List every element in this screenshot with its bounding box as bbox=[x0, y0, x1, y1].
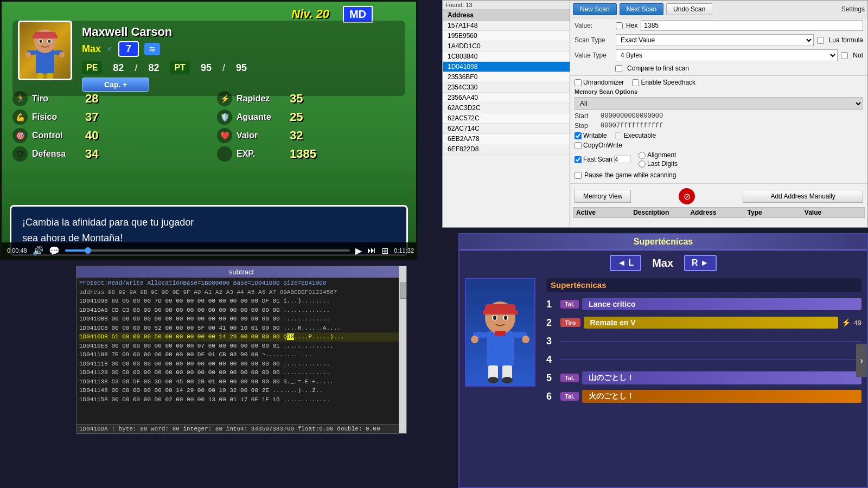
hex-checkbox[interactable] bbox=[616, 22, 623, 29]
settings-button[interactable]: Settings bbox=[841, 5, 865, 13]
writable-checkbox[interactable] bbox=[575, 132, 582, 139]
ce-controls-panel: New Scan Next Scan Undo Scan Settings Va… bbox=[570, 0, 868, 228]
value-input[interactable] bbox=[641, 20, 863, 31]
svg-rect-17 bbox=[483, 310, 518, 314]
pause-game-row: Pause the game while scanning bbox=[570, 169, 867, 182]
tech-row-6: 6 Tal. 火のごとし！ bbox=[546, 388, 861, 404]
character-svg bbox=[468, 280, 533, 386]
value-type-select[interactable]: 4 Bytes bbox=[616, 49, 838, 61]
tech-1-type: Tal. bbox=[560, 300, 579, 309]
add-address-button[interactable]: Add Address Manually bbox=[743, 190, 863, 203]
start-addr-row: Start 0000000000000000 bbox=[570, 111, 867, 121]
stop-value: 00007fffffffffff bbox=[601, 122, 663, 130]
tech-2-type: Tiro bbox=[560, 318, 580, 327]
supertecnicas-panel: Supertécnicas ◄ L Max R ► bbox=[458, 233, 868, 488]
chat-icon[interactable]: 💬 bbox=[49, 246, 60, 256]
scan-type-label: Scan Type bbox=[575, 36, 612, 44]
stop-icon[interactable]: ⊘ bbox=[679, 188, 695, 204]
memory-view-button[interactable]: Memory View bbox=[575, 190, 631, 203]
scan-type-select[interactable]: Exact Value bbox=[616, 34, 814, 46]
panel-nav-right[interactable]: › bbox=[856, 344, 867, 377]
nav-right-button[interactable]: R ► bbox=[684, 255, 717, 271]
row-address: 195E9560 bbox=[443, 31, 589, 41]
row-address: 1C803840 bbox=[443, 52, 589, 62]
pause-game-checkbox[interactable] bbox=[575, 172, 582, 179]
memory-status-line: 1D0410DA : byte: 80 word: 80 integer: 80… bbox=[76, 424, 406, 433]
attr-aguante: 🛡️ Aguante 25 bbox=[217, 110, 405, 125]
bottom-buttons-row: Memory View ⊘ Add Address Manually bbox=[570, 185, 867, 207]
alignment-radio[interactable] bbox=[639, 152, 646, 159]
char-sprite bbox=[465, 278, 535, 387]
not-checkbox[interactable] bbox=[841, 52, 848, 59]
row-address: 1D041098 bbox=[443, 62, 589, 72]
mem-line-3: 1D0410C8 00 00 00 00 52 00 00 00 5F 00 4… bbox=[79, 324, 404, 333]
tech-row-2: 2 Tiro Remate en V ⚡ 49 bbox=[546, 314, 861, 331]
volume-icon[interactable]: 🔊 bbox=[33, 246, 43, 256]
player-full-name: Maxwell Carson bbox=[82, 25, 401, 39]
nav-left-button[interactable]: ◄ L bbox=[610, 255, 641, 271]
executable-checkbox[interactable] bbox=[615, 132, 622, 139]
tech-row-1: 1 Tal. Lance crítico bbox=[546, 296, 861, 312]
mem-line-7: 1D041118 00 00 00 00 00 00 00 00 00 00 0… bbox=[79, 359, 404, 369]
play-icon[interactable]: ▶ bbox=[355, 246, 362, 256]
svg-point-29 bbox=[488, 377, 499, 383]
zoom-icon[interactable]: ⊞ bbox=[381, 246, 388, 256]
control-icon: 🎯 bbox=[12, 128, 28, 143]
address-col: Address bbox=[690, 209, 747, 216]
mem-line-6: 1D041108 7E 09 00 00 00 00 00 00 DF 01 C… bbox=[79, 350, 404, 359]
mem-line-2: 1D0410B8 00 00 00 00 00 00 00 00 00 00 0… bbox=[79, 314, 404, 324]
lua-checkbox[interactable] bbox=[817, 37, 824, 44]
speedhack-checkbox[interactable] bbox=[632, 79, 639, 86]
hex-checkbox-row: Hex bbox=[616, 22, 637, 29]
skip-icon[interactable]: ⏭ bbox=[367, 246, 376, 255]
mem-line-0: 1D041098 69 05 00 00 7D 09 00 00 00 00 0… bbox=[79, 297, 404, 306]
row-address: 62AC3D2C bbox=[443, 103, 589, 113]
svg-point-6 bbox=[40, 40, 42, 43]
col-address: Address bbox=[443, 10, 589, 21]
char-display bbox=[465, 278, 541, 407]
svg-point-25 bbox=[471, 336, 478, 343]
active-col: Active bbox=[576, 209, 633, 216]
compare-first-row: Compare to first scan bbox=[570, 63, 867, 74]
svg-point-21 bbox=[504, 316, 507, 320]
next-scan-button[interactable]: Next Scan bbox=[620, 3, 663, 15]
copyonwrite-checkbox[interactable] bbox=[575, 142, 582, 149]
tech-2-name: Remate en V bbox=[584, 317, 838, 329]
row-address: 2356AA40 bbox=[443, 93, 589, 103]
progress-bar[interactable] bbox=[65, 249, 350, 252]
undo-scan-button[interactable]: Undo Scan bbox=[666, 3, 712, 15]
mem-header-line: address 98 99 9A 9B 9C 9D 9E 9F A0 A1 A2… bbox=[79, 288, 404, 297]
svg-point-7 bbox=[48, 40, 51, 43]
unrandomizer-checkbox[interactable] bbox=[575, 79, 582, 86]
fastscan-checkbox[interactable] bbox=[575, 156, 582, 163]
memory-flags-row: Writable Executable bbox=[570, 131, 867, 140]
copyonwrite-row: CopyOnWrite bbox=[570, 140, 867, 150]
copyonwrite-item: CopyOnWrite bbox=[575, 142, 622, 149]
compare-first-checkbox[interactable] bbox=[615, 65, 622, 72]
memory-scroll-thumb[interactable] bbox=[400, 282, 406, 299]
mem-line-5: 1D0410E8 00 00 00 00 00 00 00 00 07 00 0… bbox=[79, 342, 404, 351]
new-scan-button[interactable]: New Scan bbox=[573, 3, 617, 15]
lastdigits-item: Last Digits bbox=[639, 160, 678, 168]
defensa-icon: 🛡 bbox=[12, 146, 28, 162]
row-address: 62AC714C bbox=[443, 124, 589, 134]
memory-scrollbar[interactable] bbox=[399, 266, 406, 433]
pe-current: 82 bbox=[113, 62, 124, 74]
mem-line-9: 1D041138 53 00 5F 00 3D 00 45 00 2B 01 0… bbox=[79, 377, 404, 387]
alignment-item: Alignment bbox=[639, 151, 678, 159]
lastdigits-radio[interactable] bbox=[639, 160, 646, 168]
back-arrow[interactable]: ← bbox=[445, 5, 456, 18]
value-row: Value: Hex bbox=[570, 18, 867, 33]
fisico-icon: 💪 bbox=[12, 110, 28, 125]
memory-viewer: subtract Protect:Read/Write AllocationBa… bbox=[76, 266, 407, 434]
executable-item: Executable bbox=[615, 132, 656, 139]
dialog-line-1: ¡Cambia la afinidad para que tu jugador bbox=[22, 215, 395, 230]
memory-content: Protect:Read/Write AllocationBase=1BD800… bbox=[76, 278, 406, 423]
mem-options-select[interactable]: All bbox=[575, 98, 863, 110]
speedhack-label: Enable Speedhack bbox=[641, 79, 695, 86]
attr-rapidez: ⚡ Rapidez 35 bbox=[217, 91, 405, 106]
cap-button[interactable]: Cap. + bbox=[82, 78, 149, 92]
row-address: 62AC572C bbox=[443, 113, 589, 124]
fastscan-value[interactable] bbox=[614, 156, 630, 163]
super-content: Supertécnicas 1 Tal. Lance crítico 2 Tir… bbox=[459, 275, 867, 409]
